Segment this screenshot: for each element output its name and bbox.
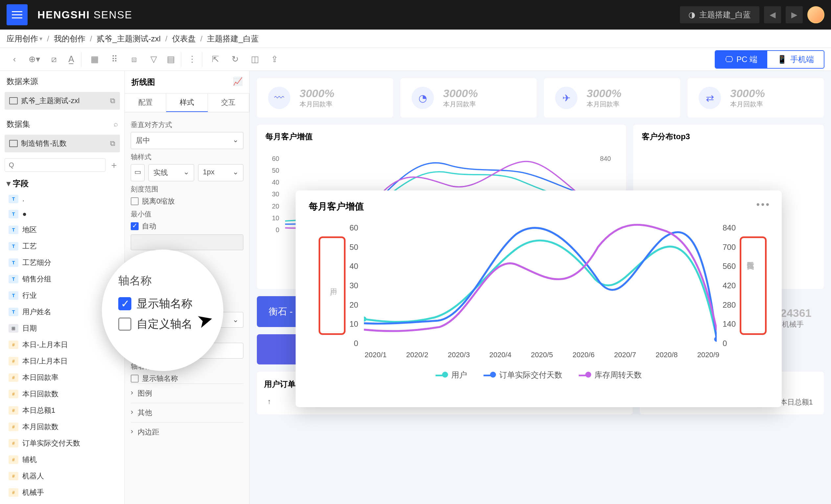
zoom-icon[interactable]: ⊕▾: [26, 52, 42, 67]
popup-title: 每月客户增值: [309, 200, 769, 213]
kpi-card[interactable]: ✈3000%本月回款率: [544, 78, 680, 118]
device-pc[interactable]: 🖵PC 端: [715, 51, 767, 68]
brand: HENGSHI SENSE: [37, 9, 132, 21]
type-badge: T: [8, 210, 19, 218]
more-icon[interactable]: ⋮: [187, 52, 202, 67]
crumb[interactable]: 贰爷_主题测试-zxl: [96, 33, 161, 44]
device-mobile[interactable]: 📱手机端: [767, 51, 824, 68]
auto-checkbox[interactable]: 自动: [131, 221, 243, 231]
filter-icon[interactable]: ▽: [146, 52, 162, 67]
valign-label: 垂直对齐方式: [131, 120, 243, 129]
field-item[interactable]: #本日总额1: [0, 402, 124, 419]
hamburger-menu[interactable]: [6, 4, 28, 25]
chart-icon[interactable]: ⧄: [46, 52, 62, 67]
export-icon[interactable]: ⇱: [208, 52, 223, 67]
crumb[interactable]: 仪表盘: [172, 33, 196, 44]
kpi-card[interactable]: ◔3000%本月回款率: [400, 78, 537, 118]
preview-icon[interactable]: ◫: [247, 52, 263, 67]
line-chart-icon[interactable]: 📈: [233, 77, 243, 87]
field-item[interactable]: T.: [0, 191, 124, 207]
kpi-value: 3000%: [443, 87, 478, 100]
topbar: HENGSHI SENSE ◑ 主题搭建_白蓝 ◀ ▶: [0, 0, 831, 30]
zero-scale-checkbox[interactable]: 脱离0缩放: [131, 196, 243, 206]
field-item[interactable]: T●: [0, 207, 124, 221]
field-name: ●: [22, 210, 27, 218]
refresh-icon[interactable]: ↻: [227, 52, 243, 67]
line-width-select[interactable]: 1px⌄: [198, 164, 244, 181]
field-name: 订单实际交付天数: [22, 438, 80, 448]
type-badge: #: [8, 340, 19, 349]
tab-interact[interactable]: 交互: [208, 94, 249, 112]
field-name: .: [22, 195, 24, 203]
field-item[interactable]: #辅机: [0, 451, 124, 468]
kpi-card[interactable]: ⇄3000%本月回款率: [687, 78, 824, 118]
field-name: 销售分组: [22, 274, 51, 284]
field-item[interactable]: #本月回款数: [0, 419, 124, 435]
field-item[interactable]: #机器人: [0, 468, 124, 484]
kpi-value: 3000%: [299, 87, 334, 100]
type-badge: #: [8, 357, 19, 365]
chart-type-title: 折线图: [132, 77, 155, 87]
crumb[interactable]: 我的创作: [54, 33, 85, 44]
th[interactable]: 本日总额1: [780, 397, 813, 407]
field-item[interactable]: #本日回款数: [0, 386, 124, 402]
field-item[interactable]: #机械手: [0, 484, 124, 501]
field-name: 本日-上月本日: [22, 340, 68, 350]
highlight-left-axis: [319, 236, 346, 335]
fields-header[interactable]: 字段: [0, 174, 124, 191]
field-item[interactable]: #本日-上月本日: [0, 336, 124, 353]
text-icon[interactable]: A̲: [66, 52, 82, 67]
nav-next[interactable]: ▶: [786, 6, 803, 23]
field-item[interactable]: #本日回款率: [0, 369, 124, 386]
field-name: 工艺细分: [22, 258, 51, 268]
field-item[interactable]: #订单实际交付天数: [0, 435, 124, 451]
valign-select[interactable]: 居中⌄: [131, 132, 243, 149]
popup-more[interactable]: •••: [756, 199, 771, 210]
accordion-legend[interactable]: ›图例: [131, 384, 243, 403]
back-icon[interactable]: ‹: [6, 52, 22, 67]
field-item[interactable]: #本日/上月本日: [0, 353, 124, 369]
kpi-label: 本月回款率: [730, 100, 765, 109]
line-type-select[interactable]: 实线⌄: [148, 164, 194, 181]
tab-style[interactable]: 样式: [166, 94, 208, 112]
dataset-item[interactable]: 制造销售-乱数⧉: [5, 135, 120, 152]
table-icon[interactable]: ⧇: [126, 52, 142, 67]
field-item[interactable]: T地区: [0, 221, 124, 238]
accordion-other[interactable]: ›其他: [131, 403, 243, 422]
field-item[interactable]: T工艺: [0, 238, 124, 255]
theme-selector[interactable]: ◑ 主题搭建_白蓝: [680, 6, 760, 23]
card-title: 客户分布top3: [642, 131, 815, 142]
show-axis-name-checkbox[interactable]: 显示轴名称: [131, 374, 243, 384]
tab-config[interactable]: 配置: [125, 94, 166, 112]
field-name: 地区: [22, 225, 37, 235]
accordion-padding[interactable]: ›内边距: [131, 422, 243, 442]
form-icon[interactable]: ▦: [87, 52, 103, 67]
field-item[interactable]: T销售分组: [0, 271, 124, 287]
crumb[interactable]: 主题搭建_白蓝: [207, 33, 258, 44]
kpi-card[interactable]: 〰3000%本月回款率: [257, 78, 393, 118]
chart-popup: 每月客户增值 ••• 用户 订单实际交付天数 6050403020100 840…: [296, 190, 782, 407]
search-icon[interactable]: ⌕: [114, 120, 118, 128]
cube-icon: [9, 140, 18, 147]
axis-color[interactable]: ▭: [131, 164, 145, 181]
field-search-input[interactable]: [5, 158, 106, 172]
field-item[interactable]: T工艺细分: [0, 255, 124, 271]
share-icon[interactable]: ⇪: [267, 52, 283, 67]
nav-prev[interactable]: ◀: [764, 6, 781, 23]
blocks-icon[interactable]: ⠿: [107, 52, 122, 67]
type-badge: #: [8, 390, 19, 398]
field-name: 本日总额1: [22, 406, 55, 415]
type-badge: T: [8, 242, 19, 250]
type-badge: #: [8, 439, 19, 447]
add-field[interactable]: ＋: [108, 159, 120, 171]
zoom-show-axis-name[interactable]: 显示轴名称: [118, 296, 210, 311]
avatar[interactable]: [807, 6, 825, 23]
type-badge: T: [8, 258, 19, 267]
datasource-item[interactable]: 贰爷_主题测试-zxl⧉: [5, 92, 120, 110]
min-input[interactable]: [131, 234, 243, 250]
crumb[interactable]: 应用创作: [6, 33, 38, 44]
field-name: 机器人: [22, 471, 44, 481]
type-badge: #: [8, 455, 19, 464]
grid-icon[interactable]: ▤: [166, 52, 181, 67]
phone-icon: 📱: [777, 55, 787, 64]
